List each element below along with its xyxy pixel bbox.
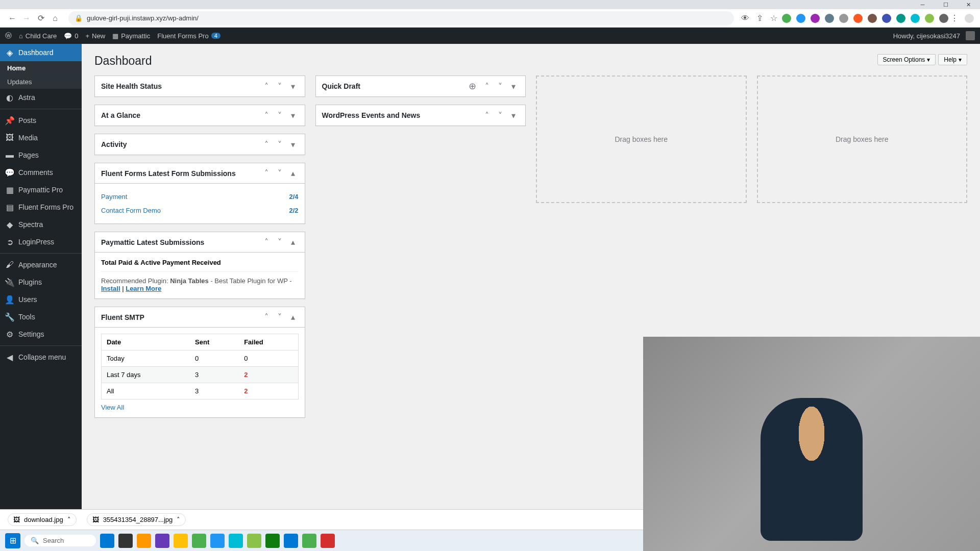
menu-loginpress[interactable]: ➲LoginPress — [0, 233, 82, 251]
move-up-icon[interactable]: ˄ — [261, 82, 272, 91]
view-all-link[interactable]: View All — [101, 404, 124, 411]
toggle-icon[interactable]: ▾ — [287, 82, 299, 91]
at-a-glance-widget[interactable]: At a Glance ˄˅▾ — [94, 105, 305, 126]
task-icon[interactable] — [192, 534, 206, 548]
chevron-up-icon[interactable]: ˄ — [67, 516, 71, 523]
menu-users[interactable]: 👤Users — [0, 291, 82, 308]
task-icon[interactable] — [247, 534, 261, 548]
move-down-icon[interactable]: ˅ — [495, 111, 506, 120]
toggle-icon[interactable]: ▴ — [287, 237, 299, 247]
task-icon[interactable] — [174, 534, 188, 548]
ext-icon-6[interactable] — [853, 14, 863, 23]
new-content-link[interactable]: +New — [86, 32, 106, 40]
profile-avatar[interactable] — [965, 14, 974, 23]
ext-icon-11[interactable] — [925, 14, 934, 23]
menu-paymattic[interactable]: ▦Paymattic Pro — [0, 181, 82, 198]
submenu-home[interactable]: Home — [0, 61, 82, 75]
menu-pages[interactable]: ▬Pages — [0, 146, 82, 164]
maximize-button[interactable]: ☐ — [934, 0, 957, 9]
activity-widget[interactable]: Activity ˄˅▾ — [94, 134, 305, 155]
wp-events-widget[interactable]: WordPress Events and News ˄˅▾ — [315, 105, 526, 126]
menu-appearance[interactable]: 🖌Appearance — [0, 256, 82, 273]
back-button[interactable]: ← — [6, 12, 18, 24]
move-down-icon[interactable]: ˅ — [274, 140, 285, 149]
collapse-menu[interactable]: ◀Collapse menu — [0, 348, 82, 366]
task-icon[interactable] — [100, 534, 114, 548]
chevron-up-icon[interactable]: ˄ — [177, 516, 180, 523]
task-icon[interactable] — [155, 534, 169, 548]
close-window-button[interactable]: ✕ — [957, 0, 980, 9]
eye-off-icon[interactable]: 👁 — [739, 12, 751, 24]
bookmark-icon[interactable]: ☆ — [768, 12, 780, 24]
menu-astra[interactable]: ◐Astra — [0, 89, 82, 106]
ext-icon-3[interactable] — [811, 14, 820, 23]
menu-plugins[interactable]: 🔌Plugins — [0, 273, 82, 291]
user-greeting[interactable]: Howdy, cijesokasi3247 — [893, 31, 975, 40]
task-icon[interactable] — [321, 534, 335, 548]
toggle-icon[interactable]: ▴ — [287, 168, 299, 178]
menu-media[interactable]: 🖾Media — [0, 129, 82, 146]
widget-dropzone[interactable]: Drag boxes here — [757, 76, 968, 203]
toggle-icon[interactable]: ▾ — [508, 111, 519, 120]
move-up-icon[interactable]: ˄ — [481, 111, 493, 120]
menu-dashboard[interactable]: ◈Dashboard — [0, 44, 82, 61]
toggle-icon[interactable]: ▴ — [287, 312, 299, 322]
move-up-icon[interactable]: ˄ — [261, 140, 272, 149]
toggle-icon[interactable]: ▾ — [508, 82, 519, 91]
task-icon[interactable] — [284, 534, 298, 548]
toggle-icon[interactable]: ▾ — [287, 140, 299, 149]
task-icon[interactable] — [302, 534, 316, 548]
install-link[interactable]: Install — [101, 285, 120, 292]
paymattic-link[interactable]: ▦Paymattic — [112, 32, 150, 40]
menu-icon[interactable]: ⋮ — [948, 12, 961, 24]
start-button[interactable]: ⊞ — [5, 533, 20, 548]
ext-icon-10[interactable] — [911, 14, 920, 23]
fluent-forms-link[interactable]: Fluent Forms Pro4 — [157, 32, 220, 40]
help-tab[interactable]: Help▾ — [938, 54, 967, 65]
task-icon[interactable] — [118, 534, 133, 548]
move-up-icon[interactable]: ˄ — [481, 82, 493, 91]
form-link[interactable]: Contact Form Demo — [101, 207, 161, 214]
menu-fluent-forms[interactable]: ▤Fluent Forms Pro — [0, 198, 82, 216]
ext-icon-4[interactable] — [825, 14, 834, 23]
move-up-icon[interactable]: ˄ — [261, 237, 272, 247]
move-up-icon[interactable]: ˄ — [261, 168, 272, 178]
move-down-icon[interactable]: ˅ — [495, 82, 506, 91]
home-button[interactable]: ⌂ — [49, 12, 61, 24]
site-name-link[interactable]: ⌂Child Care — [19, 32, 57, 40]
download-item[interactable]: 🖼355431354_28897...jpg˄ — [87, 513, 186, 526]
download-item[interactable]: 🖼download.jpg˄ — [8, 513, 77, 526]
site-health-widget[interactable]: Site Health Status ˄˅▾ — [94, 76, 305, 97]
wp-logo[interactable]: ⓦ — [5, 31, 12, 40]
widget-dropzone[interactable]: Drag boxes here — [536, 76, 747, 203]
move-up-icon[interactable]: ˄ — [261, 312, 272, 322]
task-icon[interactable] — [210, 534, 225, 548]
task-icon[interactable] — [265, 534, 280, 548]
menu-spectra[interactable]: ◆Spectra — [0, 216, 82, 233]
move-down-icon[interactable]: ˅ — [274, 312, 285, 322]
menu-settings[interactable]: ⚙Settings — [0, 325, 82, 343]
task-icon[interactable] — [137, 534, 151, 548]
screen-options-tab[interactable]: Screen Options▾ — [877, 54, 936, 65]
drag-handle-icon[interactable]: ⊕ — [469, 81, 476, 92]
ext-icon-7[interactable] — [868, 14, 877, 23]
ext-icon-9[interactable] — [896, 14, 905, 23]
address-bar[interactable]: 🔒 gulove-girl-puji.instawp.xyz/wp-admin/ — [68, 11, 734, 26]
taskbar-search[interactable]: 🔍Search — [24, 535, 96, 546]
move-up-icon[interactable]: ˄ — [261, 111, 272, 120]
menu-posts[interactable]: 📌Posts — [0, 112, 82, 129]
move-down-icon[interactable]: ˅ — [274, 237, 285, 247]
move-down-icon[interactable]: ˅ — [274, 111, 285, 120]
ext-icon-2[interactable] — [796, 14, 805, 23]
submenu-updates[interactable]: Updates — [0, 75, 82, 89]
toggle-icon[interactable]: ▾ — [287, 111, 299, 120]
ext-icon-1[interactable] — [782, 14, 791, 23]
menu-comments[interactable]: 💬Comments — [0, 164, 82, 181]
task-icon[interactable] — [229, 534, 243, 548]
ext-icon-5[interactable] — [839, 14, 848, 23]
share-icon[interactable]: ⇪ — [753, 12, 766, 24]
forward-button[interactable]: → — [20, 12, 33, 24]
quick-draft-widget[interactable]: Quick Draft ⊕ ˄˅▾ — [315, 76, 526, 97]
move-down-icon[interactable]: ˅ — [274, 82, 285, 91]
move-down-icon[interactable]: ˅ — [274, 168, 285, 178]
